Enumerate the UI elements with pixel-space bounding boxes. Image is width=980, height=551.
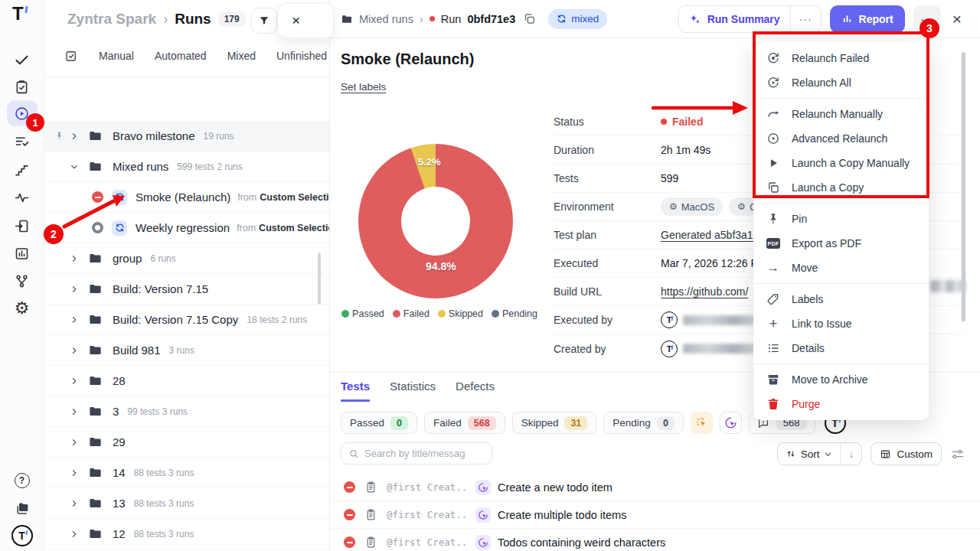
- folder-meta: 6 runs: [150, 253, 175, 264]
- tree-folder-bravo-milestone[interactable]: Bravo milestone 19 runs: [44, 121, 329, 152]
- test-row[interactable]: @first Creat... Create multiple todo ite…: [330, 501, 980, 529]
- failed-status-icon: [344, 536, 355, 548]
- menu-item-relaunch-failed[interactable]: Relaunch Failed: [753, 46, 929, 70]
- import-nav-icon[interactable]: [7, 213, 38, 239]
- folder-meta: 88 tests 3 runs: [134, 529, 194, 540]
- menu-item-move[interactable]: Move: [753, 256, 929, 280]
- view-settings-button[interactable]: [950, 447, 965, 461]
- tree-run-smoke-relaunch[interactable]: Smoke (Relaunch) from Custom Selectio: [44, 182, 329, 213]
- tree-folder-12[interactable]: 12 88 tests 3 runs: [44, 519, 329, 549]
- close-icon[interactable]: ×: [292, 12, 300, 29]
- folder-meta: 18 tests 2 runs: [247, 315, 307, 325]
- menu-item-labels[interactable]: Labels: [753, 287, 929, 311]
- menu-item-link-to-issue[interactable]: Link to Issue: [753, 311, 929, 336]
- projects-icon[interactable]: [7, 495, 38, 521]
- copy-icon[interactable]: [523, 12, 536, 25]
- chevron-right-icon[interactable]: [70, 499, 79, 508]
- test-plan-link[interactable]: Generated a5bf3a1c: [661, 229, 759, 241]
- tab-automated[interactable]: Automated: [155, 50, 207, 62]
- parent-folder-link[interactable]: Mixed runs: [359, 13, 413, 25]
- menu-item-launch-copy[interactable]: Launch a Copy: [753, 175, 929, 200]
- tree-folder-29[interactable]: 29: [44, 427, 329, 458]
- automated-tests-filter-button[interactable]: [720, 412, 742, 434]
- tree-folder-3[interactable]: 3 99 tests 3 runs: [44, 396, 329, 427]
- tab-manual[interactable]: Manual: [99, 50, 134, 62]
- menu-item-pin[interactable]: Pin: [753, 207, 929, 231]
- test-row[interactable]: @first Creat... Create a new todo item: [330, 474, 980, 501]
- more-actions-button[interactable]: ···: [913, 5, 941, 33]
- branches-nav-icon[interactable]: [7, 268, 38, 294]
- tab-unfinished[interactable]: Unfinished: [276, 50, 327, 62]
- mixed-run-icon: [112, 190, 127, 205]
- milestones-nav-icon[interactable]: [7, 157, 38, 183]
- manual-tests-filter-button[interactable]: [691, 412, 713, 434]
- tab-defects[interactable]: Defects: [456, 380, 495, 402]
- tree-run-weekly-regression[interactable]: Weekly regression from Custom Selectio: [44, 213, 329, 243]
- test-row[interactable]: @first Creat... Todos containing weird c…: [330, 529, 980, 551]
- chevron-down-icon[interactable]: [70, 162, 79, 171]
- tab-mixed[interactable]: Mixed: [227, 50, 256, 62]
- chevron-right-icon[interactable]: [70, 285, 79, 294]
- menu-item-move-to-archive[interactable]: Move to Archive: [753, 367, 929, 392]
- close-icon[interactable]: ×: [952, 10, 962, 28]
- folder-icon: [88, 312, 103, 327]
- settings-nav-icon[interactable]: [7, 295, 38, 321]
- tab-statistics[interactable]: Statistics: [390, 380, 436, 402]
- chevron-right-icon[interactable]: [70, 407, 79, 416]
- filter-passed[interactable]: Passed0: [341, 412, 417, 434]
- tree-folder-build-981[interactable]: Build 981 3 runs: [44, 335, 329, 366]
- checks-nav-icon[interactable]: [7, 47, 38, 73]
- chevron-right-icon[interactable]: [70, 438, 79, 447]
- account-avatar[interactable]: T: [7, 523, 38, 549]
- tree-folder-13[interactable]: 13 88 tests 3 runs: [44, 488, 329, 519]
- main-scrollbar[interactable]: [962, 52, 965, 321]
- tree-folder-build-715[interactable]: Build: Version 7.15: [44, 274, 329, 305]
- sort-button[interactable]: Sort: [778, 443, 841, 465]
- plans-nav-icon[interactable]: [7, 129, 38, 155]
- filter-pending[interactable]: Pending0: [603, 412, 684, 434]
- run-summary-button[interactable]: Run Summary: [679, 6, 790, 32]
- tree-folder-14[interactable]: 14 88 tests 3 runs: [44, 458, 329, 488]
- chevron-right-icon[interactable]: [70, 254, 79, 263]
- chevron-right-icon[interactable]: [70, 315, 79, 324]
- tree-folder-build-715-copy[interactable]: Build: Version 7.15 Copy 18 tests 2 runs: [44, 305, 329, 335]
- tab-tests[interactable]: Tests: [341, 380, 370, 402]
- menu-item-advanced-relaunch[interactable]: Advanced Relaunch: [753, 126, 929, 151]
- filter-failed[interactable]: Failed568: [424, 412, 505, 434]
- folder-icon: [88, 251, 103, 266]
- menu-item-details[interactable]: Details: [753, 336, 929, 360]
- filter-popover[interactable]: ×: [277, 3, 334, 38]
- list-toolbar: Sort Custom: [341, 442, 965, 465]
- menu-item-purge[interactable]: Purge: [753, 392, 929, 416]
- menu-item-export-pdf[interactable]: Export as PDF: [753, 231, 929, 256]
- chevron-right-icon[interactable]: [70, 132, 79, 141]
- app-logo[interactable]: T: [12, 3, 24, 24]
- chevron-right-icon[interactable]: [70, 530, 79, 539]
- build-url-link[interactable]: https://github.com/: [661, 285, 748, 298]
- chevron-right-icon[interactable]: [70, 468, 79, 478]
- sort-direction-button[interactable]: [840, 443, 861, 465]
- menu-item-relaunch-manually[interactable]: Relaunch Manually: [753, 102, 929, 126]
- run-summary-more-button[interactable]: ···: [790, 6, 821, 32]
- search-input[interactable]: [364, 448, 485, 459]
- custom-view-button[interactable]: Custom: [871, 442, 942, 465]
- report-button[interactable]: Report: [830, 5, 905, 33]
- tree-folder-mixed-runs[interactable]: Mixed runs 599 tests 2 runs: [44, 152, 329, 182]
- all-runs-icon[interactable]: [64, 49, 78, 63]
- chevron-right-icon[interactable]: [70, 346, 79, 355]
- filter-button[interactable]: [251, 8, 277, 34]
- set-labels-link[interactable]: Set labels: [341, 81, 386, 93]
- tree-scrollbar[interactable]: [318, 253, 321, 305]
- tree-folder-group[interactable]: group 6 runs: [44, 243, 329, 274]
- project-name[interactable]: Zyntra Spark: [67, 11, 156, 28]
- chevron-right-icon[interactable]: [70, 377, 79, 386]
- runs-nav-icon[interactable]: [7, 100, 38, 126]
- menu-item-launch-copy-manually[interactable]: Launch a Copy Manually: [753, 151, 929, 175]
- menu-item-relaunch-all[interactable]: Relaunch All: [753, 70, 929, 95]
- tree-folder-28[interactable]: 28: [44, 366, 329, 396]
- test-cases-nav-icon[interactable]: [7, 73, 38, 99]
- help-icon[interactable]: [7, 468, 38, 494]
- filter-skipped[interactable]: Skipped31: [512, 412, 597, 434]
- reports-nav-icon[interactable]: [7, 240, 38, 266]
- analytics-nav-icon[interactable]: [7, 184, 38, 210]
